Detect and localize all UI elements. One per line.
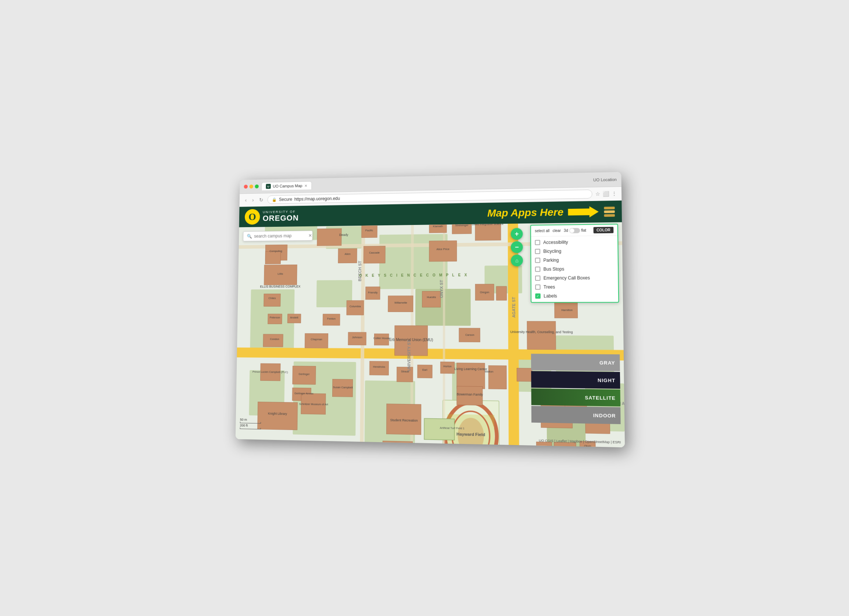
- menu-icon[interactable]: ⋮: [612, 190, 617, 196]
- svg-rect-74: [383, 441, 413, 447]
- svg-text:Gerlinger: Gerlinger: [299, 372, 310, 376]
- search-box[interactable]: 🔍 ✕: [243, 231, 313, 241]
- svg-text:Collier House: Collier House: [374, 336, 390, 339]
- layer-item-accessibility[interactable]: Accessibility: [531, 237, 617, 247]
- layer-name-6: Labels: [544, 293, 557, 298]
- zoom-out-button[interactable]: −: [511, 241, 523, 253]
- layer-checkbox-2[interactable]: [535, 257, 541, 263]
- layers-list: AccessibilityBicyclingParkingBus StopsEm…: [531, 236, 618, 302]
- 3d-toggle[interactable]: 3d flat: [564, 228, 586, 233]
- svg-text:Hayward Field: Hayward Field: [456, 431, 485, 437]
- layer-item-parking[interactable]: Parking: [531, 255, 618, 265]
- svg-text:Chiles: Chiles: [269, 297, 276, 300]
- scale-feet: 200 ft: [240, 423, 261, 427]
- tab-close-button[interactable]: ✕: [304, 183, 307, 187]
- map-controls: + − ⌂: [511, 228, 523, 266]
- uo-logo: O UNIVERSITY OF OREGON: [245, 208, 299, 224]
- select-all-button[interactable]: select all: [535, 229, 550, 233]
- svg-text:Fenton: Fenton: [327, 317, 335, 320]
- svg-text:Hamilton: Hamilton: [561, 308, 573, 311]
- uo-oregon-text: OREGON: [262, 213, 299, 223]
- clear-layers-button[interactable]: clear: [553, 228, 561, 232]
- search-input[interactable]: [254, 233, 306, 238]
- svg-text:Anstett: Anstett: [290, 316, 298, 319]
- address-url: https://map.uoregon.edu: [294, 196, 340, 202]
- color-button[interactable]: COLOR: [593, 227, 614, 234]
- browser-window: U UO Campus Map ✕ UO Location ‹ › ↻ 🔒 Se…: [235, 172, 625, 447]
- svg-text:ELLIS BUSINESS COMPLEX: ELLIS BUSINESS COMPLEX: [260, 284, 300, 288]
- layer-item-labels[interactable]: Labels: [532, 291, 618, 300]
- svg-rect-35: [317, 228, 342, 246]
- cast-icon[interactable]: ⬜: [603, 190, 609, 196]
- svg-text:Student Recreation: Student Recreation: [390, 418, 418, 422]
- back-button[interactable]: ‹: [244, 196, 248, 203]
- scale-line: 50 m 200 ft: [240, 418, 261, 429]
- layer-checkbox-6[interactable]: [535, 293, 541, 298]
- svg-text:Living Learning Center: Living Learning Center: [454, 366, 487, 370]
- svg-text:Condon: Condon: [270, 338, 279, 341]
- svg-text:Prince Lucien Campbell (PLC): Prince Lucien Campbell (PLC): [253, 370, 288, 374]
- svg-text:Computing: Computing: [270, 249, 282, 253]
- layer-checkbox-0[interactable]: [535, 240, 540, 245]
- svg-text:O K E Y  S C I E N C E  C O M : O K E Y S C I E N C E C O M P L E X: [359, 273, 468, 277]
- layers-panel-header: select all clear 3d flat COLOR: [531, 224, 617, 236]
- layer-name-3: Bus Stops: [543, 266, 564, 272]
- layer-item-trees[interactable]: Trees: [532, 282, 618, 292]
- tab-favicon: U: [266, 184, 271, 189]
- svg-text:Olum: Olum: [584, 444, 591, 447]
- layer-item-bicycling[interactable]: Bicycling: [531, 246, 617, 256]
- layer-name-2: Parking: [543, 257, 559, 262]
- traffic-lights: [244, 184, 259, 188]
- minimize-traffic-light[interactable]: [249, 185, 253, 189]
- layer-name-1: Bicycling: [543, 248, 561, 254]
- svg-text:Cascade: Cascade: [369, 251, 380, 254]
- svg-text:Pacific: Pacific: [365, 229, 374, 232]
- svg-rect-38: [429, 240, 457, 261]
- svg-rect-65: [517, 368, 532, 381]
- layer-item-bus-stops[interactable]: Bus Stops: [531, 264, 618, 274]
- svg-text:Huestis: Huestis: [427, 295, 436, 298]
- svg-text:Willamette: Willamette: [394, 301, 407, 304]
- layer-checkbox-1[interactable]: [535, 248, 540, 254]
- svg-text:ONYX ST: ONYX ST: [439, 280, 444, 298]
- scale-bar: 50 m 200 ft: [240, 418, 261, 429]
- gray-map-button[interactable]: GRAY: [531, 354, 620, 371]
- scale-ruler-m: [240, 421, 261, 423]
- map-container: O UNIVERSITY OF OREGON Map Apps Here: [235, 200, 625, 447]
- layer-checkbox-3[interactable]: [535, 266, 541, 272]
- indoor-map-button[interactable]: INDOOR: [532, 406, 621, 424]
- flat-label: flat: [581, 228, 586, 232]
- map-apps-banner[interactable]: Map Apps Here: [487, 205, 616, 219]
- svg-text:Carson: Carson: [465, 333, 475, 336]
- home-button[interactable]: ⌂: [511, 254, 523, 266]
- layers-panel: select all clear 3d flat COLOR Accessibi…: [530, 223, 619, 302]
- search-icon: 🔍: [247, 234, 252, 239]
- layer-checkbox-4[interactable]: [535, 275, 541, 280]
- layer-name-5: Trees: [544, 284, 555, 289]
- zoom-in-button[interactable]: +: [511, 228, 523, 240]
- svg-text:Susan Campbell: Susan Campbell: [333, 385, 353, 389]
- browser-tab[interactable]: U UO Campus Map ✕: [261, 181, 312, 190]
- close-traffic-light[interactable]: [244, 185, 248, 189]
- satellite-map-button[interactable]: SATELLITE: [531, 388, 620, 406]
- map-apps-arrow: [568, 206, 599, 217]
- svg-rect-77: [364, 444, 380, 447]
- search-clear-icon[interactable]: ✕: [308, 233, 312, 238]
- svg-text:University Health, Counseling,: University Health, Counseling, and Testi…: [510, 330, 573, 334]
- svg-text:Oregon: Oregon: [480, 290, 489, 294]
- night-map-button[interactable]: NIGHT: [531, 371, 620, 388]
- arrow-icon: [568, 206, 599, 217]
- toggle-switch[interactable]: [569, 228, 580, 233]
- map-type-buttons: GRAY NIGHT SATELLITE INDOOR: [531, 354, 621, 424]
- layer-name-4: Emergency Call Boxes: [544, 275, 590, 280]
- svg-text:Knight Library: Knight Library: [268, 412, 287, 416]
- reload-button[interactable]: ↻: [258, 196, 265, 203]
- layer-checkbox-5[interactable]: [535, 284, 541, 289]
- uo-o-logo: O: [245, 209, 260, 225]
- svg-rect-40: [265, 251, 281, 264]
- layer-item-emergency-call-boxes[interactable]: Emergency Call Boxes: [532, 273, 618, 283]
- bookmark-icon[interactable]: ☆: [596, 191, 600, 196]
- forward-button[interactable]: ›: [251, 196, 255, 203]
- maximize-traffic-light[interactable]: [255, 184, 258, 188]
- svg-rect-72: [258, 402, 298, 430]
